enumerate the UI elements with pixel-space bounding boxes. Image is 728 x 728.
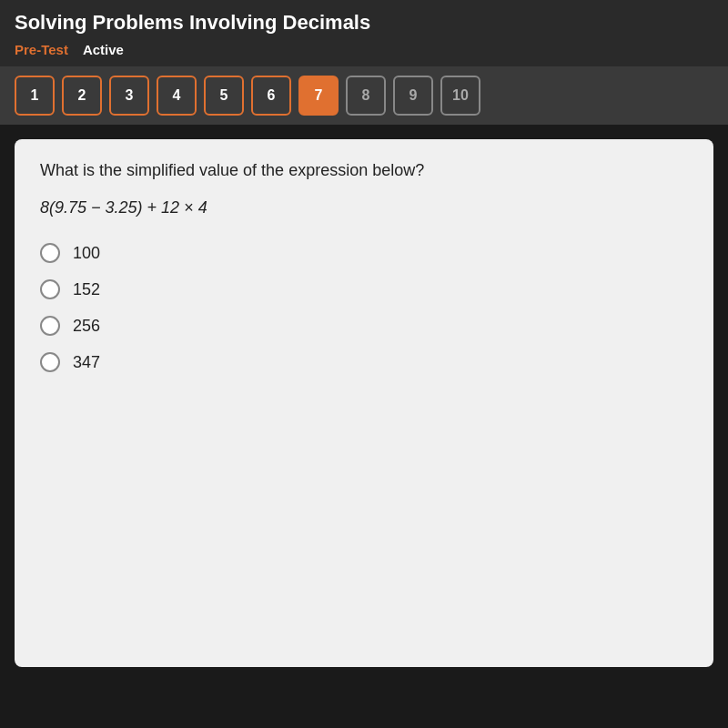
expression: 8(9.75 − 3.25) + 12 × 4	[40, 198, 688, 217]
nav-button-5[interactable]: 5	[204, 76, 244, 116]
nav-button-4[interactable]: 4	[157, 76, 197, 116]
header: Solving Problems Involving Decimals Pre-…	[0, 0, 728, 66]
subtitle-bar: Pre-Test Active	[15, 42, 713, 66]
radio-circle-0	[40, 243, 60, 263]
active-label: Active	[83, 42, 124, 57]
nav-button-2[interactable]: 2	[62, 76, 102, 116]
question-text: What is the simplified value of the expr…	[40, 161, 688, 180]
radio-circle-2	[40, 316, 60, 336]
nav-button-9[interactable]: 9	[393, 76, 433, 116]
option-label-2: 256	[73, 317, 100, 336]
nav-button-1[interactable]: 1	[15, 76, 55, 116]
pre-test-label: Pre-Test	[15, 42, 68, 57]
option-item-2[interactable]: 256	[40, 316, 688, 336]
content-area: What is the simplified value of the expr…	[15, 139, 713, 667]
nav-button-7[interactable]: 7	[298, 76, 339, 116]
option-label-3: 347	[73, 353, 100, 372]
options-list: 100152256347	[40, 243, 688, 372]
radio-circle-1	[40, 279, 60, 299]
question-nav: 12345678910	[0, 66, 728, 125]
nav-button-10[interactable]: 10	[440, 76, 480, 116]
option-item-0[interactable]: 100	[40, 243, 688, 263]
nav-button-6[interactable]: 6	[251, 76, 291, 116]
page-title: Solving Problems Involving Decimals	[15, 11, 713, 42]
option-item-1[interactable]: 152	[40, 279, 688, 299]
option-label-0: 100	[73, 244, 100, 263]
nav-button-8[interactable]: 8	[346, 76, 386, 116]
option-label-1: 152	[73, 280, 100, 299]
option-item-3[interactable]: 347	[40, 352, 688, 372]
nav-button-3[interactable]: 3	[109, 76, 149, 116]
radio-circle-3	[40, 352, 60, 372]
